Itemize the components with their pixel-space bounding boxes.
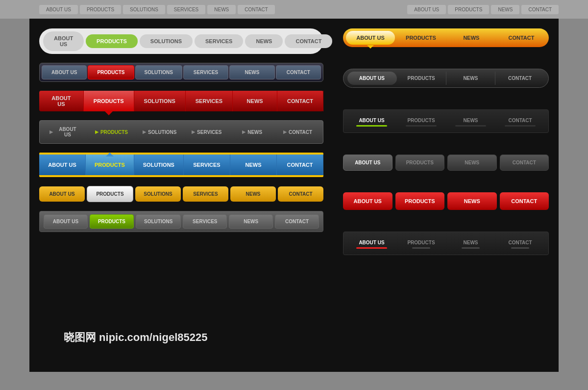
rnav5-about-us[interactable]: ABOUT US <box>343 192 392 210</box>
nav3-services[interactable]: SERVICES <box>186 91 233 111</box>
rnav6-underline-default <box>462 247 480 249</box>
rnav6-about-us[interactable]: ABOUT US <box>347 236 396 253</box>
nav6-services[interactable]: SERVICES <box>183 186 228 202</box>
rnav4-contact[interactable]: CONTACT <box>500 155 549 171</box>
nav3-about-us[interactable]: ABOUT US <box>39 91 84 111</box>
rnav1-news[interactable]: NEWS <box>447 31 496 45</box>
rnav3-products[interactable]: PRODUCTS <box>397 114 445 130</box>
right-panel: ABOUT US PRODUCTS NEWS CONTACT ABOUT US … <box>333 19 559 372</box>
nav2-products[interactable]: PRODUCTS <box>88 65 134 79</box>
rnav6-news[interactable]: NEWS <box>446 236 495 253</box>
rnav6-underline-active <box>356 247 387 249</box>
rnav1-contact[interactable]: CONTACT <box>497 31 546 45</box>
nav4-news[interactable]: ▶NEWS <box>230 126 274 139</box>
nav5-solutions[interactable]: SOLUTIONS <box>134 155 184 175</box>
nav6-solutions[interactable]: SOLUTIONS <box>135 186 181 202</box>
top-bar-btn[interactable]: ABOUT US <box>407 5 446 14</box>
nav4-services[interactable]: ▶SERVICES <box>184 126 229 139</box>
nav1-contact[interactable]: CONTACT <box>285 34 332 48</box>
nav1-solutions[interactable]: SOLUTIONS <box>140 34 193 48</box>
top-bar-btn[interactable]: PRODUCTS <box>80 5 121 14</box>
rnav2-about-us[interactable]: ABOUT US <box>347 72 397 85</box>
top-bar-btn[interactable]: SOLUTIONS <box>123 5 165 14</box>
rnav3-contact[interactable]: CONTACT <box>496 114 544 130</box>
rnav-style-1: ABOUT US PRODUCTS NEWS CONTACT <box>343 28 549 47</box>
top-bar-btn[interactable]: CONTACT <box>238 5 275 14</box>
nav3-news[interactable]: NEWS <box>233 91 277 111</box>
nav7-about-us[interactable]: ABOUT US <box>44 214 88 229</box>
nav4-about-us[interactable]: ▶ABOUT US <box>43 123 87 141</box>
nav1-news[interactable]: NEWS <box>245 34 283 48</box>
nav7-products[interactable]: PRODUCTS <box>90 214 134 229</box>
top-bar-btn[interactable]: NEWS <box>207 5 236 14</box>
nav4-contact[interactable]: ▶CONTACT <box>275 126 320 139</box>
nav7-services[interactable]: SERVICES <box>183 214 227 229</box>
spacer <box>343 97 549 101</box>
nav-style-4: ▶ABOUT US ▶PRODUCTS ▶SOLUTIONS ▶SERVICES… <box>39 120 323 144</box>
nav5-contact[interactable]: CONTACT <box>277 155 323 175</box>
nav2-solutions[interactable]: SOLUTIONS <box>135 65 182 79</box>
rnav1-about-us[interactable]: ABOUT US <box>346 31 395 45</box>
rnav5-news[interactable]: NEWS <box>447 192 497 210</box>
top-bar-left: ABOUT US PRODUCTS SOLUTIONS SERVICES NEW… <box>0 5 275 14</box>
nav-style-2: ABOUT US PRODUCTS SOLUTIONS SERVICES NEW… <box>39 63 323 82</box>
top-bar-btn[interactable]: PRODUCTS <box>448 5 489 14</box>
rnav1-products[interactable]: PRODUCTS <box>396 31 446 45</box>
nav-style-5: ABOUT US PRODUCTS SOLUTIONS SERVICES NEW… <box>39 153 323 177</box>
nav7-news[interactable]: NEWS <box>229 214 273 229</box>
rnav2-news[interactable]: NEWS <box>446 72 496 85</box>
nav5-services[interactable]: SERVICES <box>184 155 230 175</box>
rnav-style-3: ABOUT US PRODUCTS NEWS CONTACT <box>343 109 549 133</box>
rnav4-news[interactable]: NEWS <box>447 155 497 171</box>
nav3-contact[interactable]: CONTACT <box>277 91 323 111</box>
nav5-bottom-border <box>39 175 323 177</box>
nav-style-7: ABOUT US PRODUCTS SOLUTIONS SERVICES NEW… <box>39 211 323 232</box>
rnav2-contact[interactable]: CONTACT <box>495 72 544 85</box>
spacer <box>343 219 549 223</box>
rnav5-contact[interactable]: CONTACT <box>500 192 549 210</box>
spacer <box>343 56 549 60</box>
rnav5-products[interactable]: PRODUCTS <box>395 192 445 210</box>
rnav3-about-us[interactable]: ABOUT US <box>347 114 396 130</box>
nav1-services[interactable]: SERVICES <box>195 34 243 48</box>
nav1-products[interactable]: PRODUCTS <box>86 34 138 48</box>
nav6-news[interactable]: NEWS <box>230 186 276 202</box>
rnav6-products[interactable]: PRODUCTS <box>397 236 445 253</box>
nav1-about-us[interactable]: ABOUT US <box>43 31 84 51</box>
rnav4-about-us[interactable]: ABOUT US <box>343 155 392 171</box>
rnav3-underline-default <box>455 125 486 127</box>
nav6-products[interactable]: PRODUCTS <box>87 186 133 202</box>
rnav6-underline-default <box>511 247 530 249</box>
nav2-about-us[interactable]: ABOUT US <box>42 65 87 79</box>
rnav3-underline-default <box>406 125 437 127</box>
rnav-style-6: ABOUT US PRODUCTS NEWS CONTACT <box>343 232 549 255</box>
top-bar-btn[interactable]: NEWS <box>491 5 519 14</box>
nav5-news[interactable]: NEWS <box>230 155 277 175</box>
nav7-contact[interactable]: CONTACT <box>275 214 319 229</box>
watermark: 晓图网 nipic.com/nigel85225 <box>64 330 207 345</box>
rnav6-underline-default <box>412 247 431 249</box>
nav4-solutions[interactable]: ▶SOLUTIONS <box>136 126 183 139</box>
nav5-products[interactable]: PRODUCTS <box>86 155 134 175</box>
rnav3-news[interactable]: NEWS <box>446 114 495 130</box>
nav6-contact[interactable]: CONTACT <box>278 186 323 202</box>
nav6-about-us[interactable]: ABOUT US <box>39 186 85 202</box>
rnav4-products[interactable]: PRODUCTS <box>395 155 445 171</box>
top-bar-btn[interactable]: SERVICES <box>167 5 205 14</box>
nav5-about-us[interactable]: ABOUT US <box>39 155 86 175</box>
rnav6-contact[interactable]: CONTACT <box>496 236 544 253</box>
rnav2-products[interactable]: PRODUCTS <box>397 72 446 85</box>
top-bar-btn[interactable]: ABOUT US <box>39 5 78 14</box>
top-bar-btn[interactable]: CONTACT <box>521 5 559 14</box>
top-bar: ABOUT US PRODUCTS SOLUTIONS SERVICES NEW… <box>0 0 588 19</box>
nav4-products[interactable]: ▶PRODUCTS <box>88 126 135 139</box>
nav2-services[interactable]: SERVICES <box>183 65 228 79</box>
nav3-solutions[interactable]: SOLUTIONS <box>134 91 186 111</box>
rnav3-underline-default <box>505 125 536 127</box>
rnav3-underline <box>356 125 387 127</box>
nav2-contact[interactable]: CONTACT <box>276 65 321 79</box>
nav7-solutions[interactable]: SOLUTIONS <box>136 214 181 229</box>
rnav-style-4: ABOUT US PRODUCTS NEWS CONTACT <box>343 155 549 171</box>
nav3-products[interactable]: PRODUCTS <box>84 91 134 111</box>
nav2-news[interactable]: NEWS <box>229 65 274 79</box>
